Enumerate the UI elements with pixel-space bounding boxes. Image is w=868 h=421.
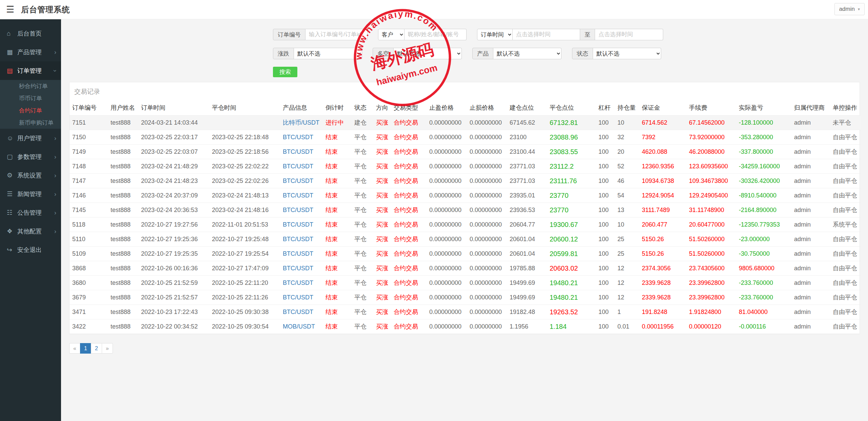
cell-operation: 未平仓 xyxy=(830,115,861,130)
pagination-page-1[interactable]: 1 xyxy=(80,343,91,354)
cell-countdown: 结束 xyxy=(323,305,352,319)
sidebar-item-announcements[interactable]: ☷ 公告管理 › xyxy=(0,203,61,222)
table-row: 3422 test888 2022-10-22 00:34:52 2022-10… xyxy=(70,319,861,334)
cell-profit: -233.760000 xyxy=(736,276,791,290)
chevron-right-icon: › xyxy=(54,154,56,160)
sidebar: ⌂ 后台首页 ▦ 产品管理 › ▤ 订单管理 › 秒合约订单 币币订单 合约订单… xyxy=(0,19,61,421)
sidebar-item-news[interactable]: ☰ 新闻管理 › xyxy=(0,185,61,203)
cell-stop-loss: 0.00000000 xyxy=(467,203,507,217)
sidebar-item-contract-orders[interactable]: 合约订单 xyxy=(0,104,61,117)
cell-countdown: 结束 xyxy=(323,130,352,145)
cell-product-link[interactable]: BTC/USDT xyxy=(280,145,323,159)
pagination-next[interactable]: » xyxy=(102,343,113,354)
sidebar-item-params[interactable]: ▢ 参数管理 › xyxy=(0,147,61,166)
sidebar-item-coin-orders[interactable]: 币币订单 xyxy=(0,92,61,104)
cell-fee: 51.50260000 xyxy=(686,232,736,247)
cell-product-link[interactable]: BTC/USDT xyxy=(280,217,323,232)
cell-open-time: 2022-10-27 19:25:36 xyxy=(138,232,209,247)
cell-trade-type: 合约交易 xyxy=(391,115,427,130)
cell-username: test888 xyxy=(108,174,138,188)
cell-product-link[interactable]: BTC/USDT xyxy=(280,159,323,174)
table-row: 7146 test888 2023-02-24 20:37:09 2023-02… xyxy=(70,188,861,203)
cell-margin: 4620.088 xyxy=(639,145,686,159)
cell-fee: 73.92000000 xyxy=(686,130,736,145)
time-type-select[interactable]: 订单时间 xyxy=(477,29,513,40)
cell-product-link[interactable]: BTC/USDT xyxy=(280,188,323,203)
col-username: 用户姓名 xyxy=(108,100,138,115)
cell-take-profit: 0.00000000 xyxy=(427,145,467,159)
cell-product-link[interactable]: BTC/USDT xyxy=(280,232,323,247)
sidebar-item-second-contract-orders[interactable]: 秒合约订单 xyxy=(0,80,61,92)
time-to-input[interactable] xyxy=(595,29,663,40)
sidebar-item-logout[interactable]: ↪ 安全退出 xyxy=(0,240,61,259)
cell-product-link[interactable]: 比特币/USDT xyxy=(280,115,323,130)
sidebar-item-home[interactable]: ⌂ 后台首页 xyxy=(0,24,61,43)
search-button[interactable]: 搜索 xyxy=(273,67,297,77)
cell-close-point: 23088.96 xyxy=(547,130,596,145)
customer-type-select[interactable]: 客户 xyxy=(378,29,405,40)
cell-product-link[interactable]: BTC/USDT xyxy=(280,261,323,276)
hamburger-icon[interactable]: ☰ xyxy=(6,5,14,14)
cell-open-point: 23935.01 xyxy=(507,188,547,203)
cell-leverage: 100 xyxy=(596,276,615,290)
product-select[interactable]: 默认不选 xyxy=(493,48,561,59)
status-select[interactable]: 默认不选 xyxy=(593,48,661,59)
time-from-input[interactable] xyxy=(513,29,580,40)
cell-open-point: 23100 xyxy=(507,130,547,145)
cell-open-point: 19499.69 xyxy=(507,290,547,305)
col-close-point: 平仓点位 xyxy=(547,100,596,115)
table-row: 3679 test888 2022-10-25 21:52:57 2022-10… xyxy=(70,290,861,305)
sidebar-item-new-coin-orders[interactable]: 新币申购订单 xyxy=(0,117,61,129)
cell-agent: admin xyxy=(791,217,830,232)
gear-icon: ⚙ xyxy=(7,171,17,179)
long-short-select[interactable]: 默认不选 xyxy=(394,48,462,59)
rise-fall-select[interactable]: 默认不选 xyxy=(294,48,362,59)
cell-product-link[interactable]: BTC/USDT xyxy=(280,305,323,319)
col-close-time: 平仓时间 xyxy=(209,100,280,115)
cell-username: test888 xyxy=(108,145,138,159)
sidebar-item-other-config[interactable]: ❖ 其他配置 › xyxy=(0,222,61,240)
cell-countdown: 结束 xyxy=(323,319,352,334)
cell-product-link[interactable]: BTC/USDT xyxy=(280,290,323,305)
cell-open-point: 20601.04 xyxy=(507,232,547,247)
cell-trade-type: 合约交易 xyxy=(391,232,427,247)
cell-product-link[interactable]: MOB/USDT xyxy=(280,319,323,334)
cell-open-time: 2022-10-23 17:22:43 xyxy=(138,305,209,319)
logout-icon: ↪ xyxy=(7,246,17,254)
app-title: 后台管理系统 xyxy=(21,4,70,15)
panel-title: 交易记录 xyxy=(70,82,860,100)
pagination-prev[interactable]: « xyxy=(69,343,80,354)
cell-position: 0.01 xyxy=(615,319,639,334)
cell-fee: 123.60935600 xyxy=(686,159,736,174)
cell-direction: 买涨 xyxy=(373,290,391,305)
cell-product-link[interactable]: BTC/USDT xyxy=(280,174,323,188)
cell-take-profit: 0.00000000 xyxy=(427,290,467,305)
cell-product-link[interactable]: BTC/USDT xyxy=(280,247,323,261)
cell-close-time: 2022-10-27 19:25:54 xyxy=(209,247,280,261)
user-dropdown[interactable]: admin ▾ xyxy=(834,3,865,15)
sidebar-item-products[interactable]: ▦ 产品管理 › xyxy=(0,43,61,61)
sidebar-item-label: 订单管理 xyxy=(17,67,42,75)
sidebar-item-orders[interactable]: ▤ 订单管理 › xyxy=(0,61,61,80)
cell-agent: admin xyxy=(791,159,830,174)
pagination-page-2[interactable]: 2 xyxy=(91,343,102,354)
cell-close-time: 2023-02-25 22:18:56 xyxy=(209,145,280,159)
cell-product-link[interactable]: BTC/USDT xyxy=(280,276,323,290)
sidebar-item-users[interactable]: ☺ 用户管理 › xyxy=(0,129,61,147)
customer-input[interactable] xyxy=(405,29,467,40)
cell-open-point: 19785.88 xyxy=(507,261,547,276)
cell-product-link[interactable]: BTC/USDT xyxy=(280,203,323,217)
cell-product-link[interactable]: BTC/USDT xyxy=(280,130,323,145)
chevron-right-icon: › xyxy=(54,228,56,234)
cell-order-no: 5118 xyxy=(70,217,108,232)
cell-agent: admin xyxy=(791,305,830,319)
cell-order-no: 3868 xyxy=(70,261,108,276)
cell-fee: 46.20088000 xyxy=(686,145,736,159)
sidebar-item-system-settings[interactable]: ⚙ 系统设置 › xyxy=(0,166,61,185)
col-order-no: 订单编号 xyxy=(70,100,108,115)
cell-take-profit: 0.00000000 xyxy=(427,217,467,232)
cell-open-time: 2022-10-22 00:34:52 xyxy=(138,319,209,334)
cell-stop-loss: 0.00000000 xyxy=(467,130,507,145)
cell-close-point: 20599.81 xyxy=(547,247,596,261)
order-no-input[interactable] xyxy=(305,29,368,40)
